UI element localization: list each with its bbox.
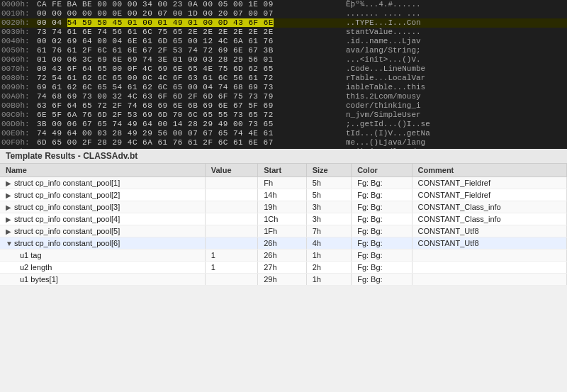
- row-color: Fg: Bg:: [352, 262, 412, 274]
- row-size: 3h: [306, 213, 352, 225]
- row-start: 26h: [258, 237, 306, 250]
- row-name: u1 tag: [0, 250, 205, 262]
- table-row[interactable]: ▶ struct cp_info constant_pool[5]1Fh7hFg…: [0, 225, 567, 237]
- hex-bytes: 69 61 62 6C 65 54 61 62 6C 65 00 04 74 6…: [37, 83, 342, 92]
- tree-toggle[interactable]: ▶: [6, 215, 14, 223]
- hex-addr: 00A0h:: [1, 92, 37, 101]
- tree-toggle[interactable]: ▼: [6, 240, 14, 247]
- row-color: Fg: Bg:: [352, 225, 412, 237]
- row-name: ▶ struct cp_info constant_pool[3]: [0, 201, 205, 213]
- hex-bytes: 3B 00 06 67 65 74 49 64 00 14 28 29 49 0…: [37, 120, 342, 129]
- row-name: ▼ struct cp_info constant_pool[6]: [0, 237, 205, 250]
- row-start: 14h: [258, 189, 306, 201]
- row-size: 5h: [306, 177, 352, 189]
- row-name: u1 bytes[1]: [0, 274, 205, 286]
- hex-bytes: 00 43 6F 64 65 00 0F 4C 69 6E 65 4E 75 6…: [37, 65, 342, 74]
- table-row[interactable]: u1 bytes[1]29h1hFg: Bg:: [0, 274, 567, 286]
- hex-addr: 0050h:: [1, 46, 37, 55]
- hex-bytes: 00 02 69 64 00 04 6E 61 6D 65 00 12 4C 6…: [37, 37, 342, 46]
- hex-row: 0100h:01 00 14 28 29 4C 6A 61 76 61 2F 6…: [0, 147, 567, 149]
- hex-bytes: CA FE BA BE 00 00 00 34 00 23 0A 00 05 0…: [37, 0, 342, 9]
- hex-ascii: ..()Ljava/lang/: [342, 147, 416, 149]
- row-size: 2h: [306, 262, 352, 274]
- hex-addr: 0070h:: [1, 65, 37, 74]
- row-value: [205, 189, 257, 201]
- hex-row: 00E0h:74 49 64 00 03 28 49 29 56 00 07 6…: [0, 129, 567, 138]
- col-start: Start: [258, 164, 306, 177]
- table-row[interactable]: ▼ struct cp_info constant_pool[6]26h4hFg…: [0, 237, 567, 250]
- row-name: ▶ struct cp_info constant_pool[5]: [0, 225, 205, 237]
- hex-addr: 00F0h:: [1, 138, 37, 147]
- tree-toggle[interactable]: ▶: [6, 228, 14, 235]
- hex-bytes: 63 6F 64 65 72 2F 74 68 69 6E 6B 69 6E 6…: [37, 101, 342, 111]
- row-comment: CONSTANT_Utf8: [412, 225, 566, 237]
- hex-addr: 0020h:: [1, 18, 37, 28]
- row-comment: CONSTANT_Class_info: [412, 213, 566, 225]
- hex-bytes: 00 04 54 59 50 45 01 00 01 49 01 00 0D 4…: [37, 18, 342, 28]
- hex-ascii: stantValue......: [342, 28, 421, 37]
- row-comment: CONSTANT_Fieldref: [412, 177, 566, 189]
- hex-row: 0050h:61 76 61 2F 6C 61 6E 67 2F 53 74 7…: [0, 46, 567, 55]
- hex-row: 0060h:01 00 06 3C 69 6E 69 74 3E 01 00 0…: [0, 55, 567, 65]
- hex-row: 0000h:CA FE BA BE 00 00 00 34 00 23 0A 0…: [0, 0, 567, 9]
- col-size: Size: [306, 164, 352, 177]
- hex-ascii: coder/thinking_i: [342, 101, 421, 111]
- table-row[interactable]: ▶ struct cp_info constant_pool[2]14h5hFg…: [0, 189, 567, 201]
- row-value: [205, 213, 257, 225]
- table-row[interactable]: u1 tag126h1hFg: Bg:: [0, 250, 567, 262]
- hex-addr: 0060h:: [1, 55, 37, 65]
- row-value: 1: [205, 262, 257, 274]
- hex-ascii: .Code...LineNumbe: [342, 65, 425, 74]
- hex-row: 00A0h:74 68 69 73 00 32 4C 63 6F 6D 2F 6…: [0, 92, 567, 101]
- tree-toggle[interactable]: ▶: [6, 191, 14, 199]
- table-row[interactable]: ▶ struct cp_info constant_pool[1]Fh5hFg:…: [0, 177, 567, 189]
- row-value: 1: [205, 250, 257, 262]
- row-color: Fg: Bg:: [352, 213, 412, 225]
- row-start: 29h: [258, 274, 306, 286]
- hex-bytes: 73 74 61 6E 74 56 61 6C 75 65 2E 2E 2E 2…: [37, 28, 342, 37]
- row-size: 4h: [306, 237, 352, 250]
- hex-addr: 00C0h:: [1, 111, 37, 120]
- hex-addr: 00B0h:: [1, 101, 37, 111]
- row-color: Fg: Bg:: [352, 177, 412, 189]
- row-value: [205, 237, 257, 250]
- col-comment: Comment: [412, 164, 566, 177]
- row-color: Fg: Bg:: [352, 201, 412, 213]
- col-color: Color: [352, 164, 412, 177]
- hex-addr: 0080h:: [1, 74, 37, 83]
- row-size: 1h: [306, 250, 352, 262]
- hex-row: 00B0h:63 6F 64 65 72 2F 74 68 69 6E 6B 6…: [0, 101, 567, 111]
- row-name: u2 length: [0, 262, 205, 274]
- col-value: Value: [205, 164, 257, 177]
- row-value: [205, 201, 257, 213]
- hex-ascii: .id..name...Ljav: [342, 37, 421, 46]
- results-tbody: ▶ struct cp_info constant_pool[1]Fh5hFg:…: [0, 177, 567, 286]
- row-comment: [412, 262, 566, 274]
- hex-row: 00F0h:6D 65 00 2F 28 29 4C 6A 61 76 61 2…: [0, 138, 567, 147]
- table-header-row: Name Value Start Size Color Comment: [0, 164, 567, 177]
- row-color: Fg: Bg:: [352, 189, 412, 201]
- hex-ascii: rTable...LocalVar: [342, 74, 425, 83]
- row-value: [205, 274, 257, 286]
- tree-toggle[interactable]: ▶: [6, 179, 14, 187]
- hex-row: 0070h:00 43 6F 64 65 00 0F 4C 69 6E 65 4…: [0, 65, 567, 74]
- table-row[interactable]: ▶ struct cp_info constant_pool[3]19h3hFg…: [0, 201, 567, 213]
- row-size: 5h: [306, 189, 352, 201]
- hex-ascii: ava/lang/String;: [342, 46, 421, 55]
- tree-toggle[interactable]: ▶: [6, 203, 14, 211]
- hex-bytes: 01 00 06 3C 69 6E 69 74 3E 01 00 03 28 2…: [37, 55, 342, 65]
- hex-addr: 0030h:: [1, 28, 37, 37]
- row-start: 1Ch: [258, 213, 306, 225]
- hex-ascii: me...()Ljava/lang: [342, 138, 425, 147]
- hex-row: 0010h:00 00 00 00 00 0E 00 20 07 00 1D 0…: [0, 9, 567, 18]
- hex-ascii: ....... .... ...: [342, 9, 421, 18]
- row-name: ▶ struct cp_info constant_pool[4]: [0, 213, 205, 225]
- results-table: Name Value Start Size Color Comment ▶ st…: [0, 164, 567, 286]
- table-row[interactable]: u2 length127h2hFg: Bg:: [0, 262, 567, 274]
- hex-ascii: ;..getId...()I..se: [342, 120, 430, 129]
- hex-ascii: ...<init>...()V.: [342, 55, 421, 65]
- template-results: Template Results - CLASSAdv.bt Name Valu…: [0, 149, 567, 286]
- row-color: Fg: Bg:: [352, 237, 412, 250]
- table-row[interactable]: ▶ struct cp_info constant_pool[4]1Ch3hFg…: [0, 213, 567, 225]
- hex-ascii: Êþº¾...4.#......: [342, 0, 421, 9]
